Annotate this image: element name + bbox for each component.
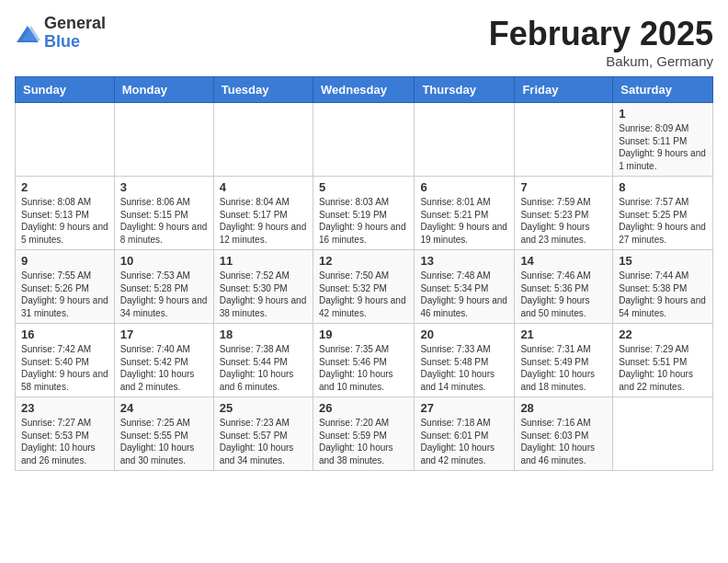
calendar-cell: 10Sunrise: 7:53 AM Sunset: 5:28 PM Dayli… (114, 250, 213, 324)
day-number: 22 (619, 327, 707, 341)
calendar-cell: 21Sunrise: 7:31 AM Sunset: 5:49 PM Dayli… (515, 324, 613, 397)
calendar-cell: 6Sunrise: 8:01 AM Sunset: 5:21 PM Daylig… (415, 177, 515, 250)
day-number: 8 (619, 180, 707, 194)
weekday-header: Monday (114, 77, 213, 103)
calendar-cell (515, 103, 613, 177)
calendar-cell (313, 103, 414, 177)
weekday-header: Saturday (613, 77, 713, 103)
weekday-header: Sunday (16, 77, 115, 103)
calendar-table: SundayMondayTuesdayWednesdayThursdayFrid… (15, 76, 713, 471)
day-number: 7 (520, 180, 607, 194)
day-info: Sunrise: 8:01 AM Sunset: 5:21 PM Dayligh… (420, 196, 508, 246)
day-info: Sunrise: 7:23 AM Sunset: 5:57 PM Dayligh… (220, 417, 307, 466)
day-number: 27 (420, 401, 508, 415)
day-number: 14 (520, 254, 607, 268)
day-info: Sunrise: 7:50 AM Sunset: 5:32 PM Dayligh… (319, 270, 408, 319)
month-title: February 2025 (489, 15, 713, 53)
day-info: Sunrise: 8:08 AM Sunset: 5:13 PM Dayligh… (21, 196, 108, 246)
day-number: 12 (319, 254, 408, 268)
day-info: Sunrise: 7:20 AM Sunset: 5:59 PM Dayligh… (319, 417, 408, 466)
day-info: Sunrise: 8:03 AM Sunset: 5:19 PM Dayligh… (319, 196, 408, 246)
day-info: Sunrise: 7:59 AM Sunset: 5:23 PM Dayligh… (520, 196, 607, 246)
title-block: February 2025 Bakum, Germany (489, 15, 713, 69)
day-number: 28 (520, 401, 607, 415)
weekday-header: Friday (515, 77, 613, 103)
day-number: 15 (619, 254, 707, 268)
calendar-cell: 13Sunrise: 7:48 AM Sunset: 5:34 PM Dayli… (415, 250, 515, 324)
calendar-cell (114, 103, 213, 177)
logo-blue: Blue (44, 33, 106, 52)
day-number: 1 (619, 107, 707, 121)
day-info: Sunrise: 7:46 AM Sunset: 5:36 PM Dayligh… (520, 270, 607, 319)
day-info: Sunrise: 7:33 AM Sunset: 5:48 PM Dayligh… (420, 343, 508, 393)
calendar-cell: 16Sunrise: 7:42 AM Sunset: 5:40 PM Dayli… (16, 324, 115, 397)
day-number: 17 (120, 327, 208, 341)
day-info: Sunrise: 8:04 AM Sunset: 5:17 PM Dayligh… (220, 196, 307, 246)
day-number: 9 (21, 254, 108, 268)
calendar-week-row: 9Sunrise: 7:55 AM Sunset: 5:26 PM Daylig… (16, 250, 713, 324)
day-info: Sunrise: 7:44 AM Sunset: 5:38 PM Dayligh… (619, 270, 707, 319)
day-number: 11 (220, 254, 307, 268)
calendar-cell: 19Sunrise: 7:35 AM Sunset: 5:46 PM Dayli… (313, 324, 414, 397)
day-number: 13 (420, 254, 508, 268)
calendar-cell: 14Sunrise: 7:46 AM Sunset: 5:36 PM Dayli… (515, 250, 613, 324)
weekday-header: Thursday (415, 77, 515, 103)
calendar-cell (415, 103, 515, 177)
logo-general: General (44, 15, 106, 33)
day-number: 20 (420, 327, 508, 341)
day-info: Sunrise: 7:38 AM Sunset: 5:44 PM Dayligh… (220, 343, 307, 393)
weekday-header: Tuesday (213, 77, 313, 103)
calendar-cell: 1Sunrise: 8:09 AM Sunset: 5:11 PM Daylig… (613, 103, 713, 177)
day-info: Sunrise: 7:48 AM Sunset: 5:34 PM Dayligh… (420, 270, 508, 319)
calendar-cell: 12Sunrise: 7:50 AM Sunset: 5:32 PM Dayli… (313, 250, 414, 324)
day-info: Sunrise: 7:18 AM Sunset: 6:01 PM Dayligh… (420, 417, 508, 466)
calendar-cell: 2Sunrise: 8:08 AM Sunset: 5:13 PM Daylig… (16, 177, 115, 250)
calendar-cell: 24Sunrise: 7:25 AM Sunset: 5:55 PM Dayli… (114, 397, 213, 471)
calendar-cell: 25Sunrise: 7:23 AM Sunset: 5:57 PM Dayli… (213, 397, 313, 471)
day-number: 21 (520, 327, 607, 341)
day-info: Sunrise: 8:06 AM Sunset: 5:15 PM Dayligh… (120, 196, 208, 246)
day-number: 18 (220, 327, 307, 341)
logo-icon (15, 22, 40, 48)
day-number: 16 (21, 327, 108, 341)
day-info: Sunrise: 7:29 AM Sunset: 5:51 PM Dayligh… (619, 343, 707, 393)
calendar-cell: 18Sunrise: 7:38 AM Sunset: 5:44 PM Dayli… (213, 324, 313, 397)
day-info: Sunrise: 7:25 AM Sunset: 5:55 PM Dayligh… (120, 417, 208, 466)
calendar-cell: 7Sunrise: 7:59 AM Sunset: 5:23 PM Daylig… (515, 177, 613, 250)
calendar-cell: 9Sunrise: 7:55 AM Sunset: 5:26 PM Daylig… (16, 250, 115, 324)
weekday-header-row: SundayMondayTuesdayWednesdayThursdayFrid… (16, 77, 713, 103)
day-info: Sunrise: 7:53 AM Sunset: 5:28 PM Dayligh… (120, 270, 208, 319)
day-info: Sunrise: 7:16 AM Sunset: 6:03 PM Dayligh… (520, 417, 607, 466)
day-info: Sunrise: 7:27 AM Sunset: 5:53 PM Dayligh… (21, 417, 108, 466)
day-number: 5 (319, 180, 408, 194)
calendar-week-row: 16Sunrise: 7:42 AM Sunset: 5:40 PM Dayli… (16, 324, 713, 397)
calendar-cell: 17Sunrise: 7:40 AM Sunset: 5:42 PM Dayli… (114, 324, 213, 397)
day-info: Sunrise: 7:42 AM Sunset: 5:40 PM Dayligh… (21, 343, 108, 393)
day-number: 4 (220, 180, 307, 194)
weekday-header: Wednesday (313, 77, 414, 103)
calendar-cell: 4Sunrise: 8:04 AM Sunset: 5:17 PM Daylig… (213, 177, 313, 250)
calendar-cell: 15Sunrise: 7:44 AM Sunset: 5:38 PM Dayli… (613, 250, 713, 324)
calendar-cell: 20Sunrise: 7:33 AM Sunset: 5:48 PM Dayli… (415, 324, 515, 397)
day-info: Sunrise: 7:55 AM Sunset: 5:26 PM Dayligh… (21, 270, 108, 319)
day-number: 26 (319, 401, 408, 415)
day-info: Sunrise: 8:09 AM Sunset: 5:11 PM Dayligh… (619, 122, 707, 172)
calendar-week-row: 1Sunrise: 8:09 AM Sunset: 5:11 PM Daylig… (16, 103, 713, 177)
location: Bakum, Germany (489, 53, 713, 69)
day-info: Sunrise: 7:40 AM Sunset: 5:42 PM Dayligh… (120, 343, 208, 393)
logo: General Blue (15, 15, 106, 52)
calendar-cell (16, 103, 115, 177)
calendar-cell: 28Sunrise: 7:16 AM Sunset: 6:03 PM Dayli… (515, 397, 613, 471)
day-number: 6 (420, 180, 508, 194)
calendar-cell: 3Sunrise: 8:06 AM Sunset: 5:15 PM Daylig… (114, 177, 213, 250)
page-header: General Blue February 2025 Bakum, German… (15, 15, 713, 69)
day-info: Sunrise: 7:52 AM Sunset: 5:30 PM Dayligh… (220, 270, 307, 319)
day-info: Sunrise: 7:35 AM Sunset: 5:46 PM Dayligh… (319, 343, 408, 393)
calendar-cell (613, 397, 713, 471)
day-number: 10 (120, 254, 208, 268)
day-number: 25 (220, 401, 307, 415)
calendar-cell: 5Sunrise: 8:03 AM Sunset: 5:19 PM Daylig… (313, 177, 414, 250)
calendar-cell: 22Sunrise: 7:29 AM Sunset: 5:51 PM Dayli… (613, 324, 713, 397)
calendar-cell: 26Sunrise: 7:20 AM Sunset: 5:59 PM Dayli… (313, 397, 414, 471)
calendar-cell: 11Sunrise: 7:52 AM Sunset: 5:30 PM Dayli… (213, 250, 313, 324)
